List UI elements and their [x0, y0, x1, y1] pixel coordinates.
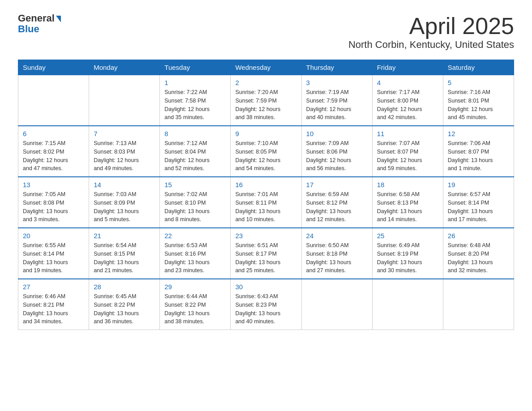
day-info: Sunrise: 6:55 AM Sunset: 8:14 PM Dayligh… [23, 241, 84, 275]
table-row: 28Sunrise: 6:45 AM Sunset: 8:22 PM Dayli… [89, 279, 160, 330]
header-wednesday: Wednesday [231, 60, 301, 75]
day-number: 2 [235, 79, 296, 86]
day-info: Sunrise: 6:50 AM Sunset: 8:18 PM Dayligh… [306, 241, 368, 275]
day-number: 24 [306, 232, 368, 240]
day-number: 8 [164, 130, 226, 137]
logo-line1: General [18, 13, 61, 23]
table-row: 16Sunrise: 7:01 AM Sunset: 8:11 PM Dayli… [231, 177, 301, 228]
table-row: 18Sunrise: 6:58 AM Sunset: 8:13 PM Dayli… [372, 177, 443, 228]
table-row: 27Sunrise: 6:46 AM Sunset: 8:21 PM Dayli… [18, 279, 89, 330]
day-number: 21 [94, 232, 155, 240]
day-number: 20 [23, 232, 84, 240]
day-info: Sunrise: 7:01 AM Sunset: 8:11 PM Dayligh… [235, 190, 296, 224]
day-number: 16 [235, 181, 296, 188]
day-info: Sunrise: 7:12 AM Sunset: 8:04 PM Dayligh… [164, 139, 226, 173]
header-saturday: Saturday [443, 60, 514, 75]
table-row: 10Sunrise: 7:09 AM Sunset: 8:06 PM Dayli… [301, 126, 372, 177]
table-row: 22Sunrise: 6:53 AM Sunset: 8:16 PM Dayli… [160, 228, 231, 279]
table-row: 23Sunrise: 6:51 AM Sunset: 8:17 PM Dayli… [231, 228, 301, 279]
day-info: Sunrise: 7:06 AM Sunset: 8:07 PM Dayligh… [448, 139, 509, 173]
day-number: 18 [377, 181, 438, 188]
header-thursday: Thursday [301, 60, 372, 75]
table-row: 3Sunrise: 7:19 AM Sunset: 7:59 PM Daylig… [301, 75, 372, 126]
calendar-week-row: 13Sunrise: 7:05 AM Sunset: 8:08 PM Dayli… [18, 177, 514, 228]
day-info: Sunrise: 7:19 AM Sunset: 7:59 PM Dayligh… [306, 88, 368, 122]
table-row: 5Sunrise: 7:16 AM Sunset: 8:01 PM Daylig… [443, 75, 514, 126]
day-info: Sunrise: 6:59 AM Sunset: 8:12 PM Dayligh… [306, 190, 368, 224]
table-row: 7Sunrise: 7:13 AM Sunset: 8:03 PM Daylig… [89, 126, 160, 177]
day-number: 26 [448, 232, 509, 240]
day-number: 25 [377, 232, 438, 240]
day-info: Sunrise: 7:05 AM Sunset: 8:08 PM Dayligh… [23, 190, 84, 224]
day-number: 12 [448, 130, 509, 137]
day-number: 28 [94, 283, 155, 291]
table-row: 9Sunrise: 7:10 AM Sunset: 8:05 PM Daylig… [231, 126, 301, 177]
table-row: 12Sunrise: 7:06 AM Sunset: 8:07 PM Dayli… [443, 126, 514, 177]
day-info: Sunrise: 6:54 AM Sunset: 8:15 PM Dayligh… [94, 241, 155, 275]
day-number: 22 [164, 232, 226, 240]
day-number: 3 [306, 79, 368, 86]
day-info: Sunrise: 6:51 AM Sunset: 8:17 PM Dayligh… [235, 241, 296, 275]
day-info: Sunrise: 7:07 AM Sunset: 8:07 PM Dayligh… [377, 139, 438, 173]
table-row [89, 75, 160, 126]
table-row [372, 279, 443, 330]
day-number: 1 [164, 79, 226, 86]
day-number: 5 [448, 79, 509, 86]
day-info: Sunrise: 6:57 AM Sunset: 8:14 PM Dayligh… [448, 190, 509, 224]
day-number: 10 [306, 130, 368, 137]
day-info: Sunrise: 6:45 AM Sunset: 8:22 PM Dayligh… [94, 292, 155, 326]
logo: General Blue [18, 13, 61, 34]
table-row: 1Sunrise: 7:22 AM Sunset: 7:58 PM Daylig… [160, 75, 231, 126]
day-info: Sunrise: 6:49 AM Sunset: 8:19 PM Dayligh… [377, 241, 438, 275]
calendar-week-row: 27Sunrise: 6:46 AM Sunset: 8:21 PM Dayli… [18, 279, 514, 330]
day-info: Sunrise: 7:15 AM Sunset: 8:02 PM Dayligh… [23, 139, 84, 173]
day-info: Sunrise: 6:43 AM Sunset: 8:23 PM Dayligh… [235, 292, 296, 326]
day-info: Sunrise: 7:20 AM Sunset: 7:59 PM Dayligh… [235, 88, 296, 122]
day-info: Sunrise: 7:16 AM Sunset: 8:01 PM Dayligh… [448, 88, 509, 122]
day-info: Sunrise: 7:10 AM Sunset: 8:05 PM Dayligh… [235, 139, 296, 173]
day-number: 23 [235, 232, 296, 240]
page-header: General Blue April 2025 North Corbin, Ke… [18, 13, 514, 51]
day-number: 14 [94, 181, 155, 188]
day-number: 17 [306, 181, 368, 188]
day-info: Sunrise: 7:03 AM Sunset: 8:09 PM Dayligh… [94, 190, 155, 224]
day-info: Sunrise: 7:17 AM Sunset: 8:00 PM Dayligh… [377, 88, 438, 122]
table-row: 24Sunrise: 6:50 AM Sunset: 8:18 PM Dayli… [301, 228, 372, 279]
day-info: Sunrise: 6:53 AM Sunset: 8:16 PM Dayligh… [164, 241, 226, 275]
table-row: 25Sunrise: 6:49 AM Sunset: 8:19 PM Dayli… [372, 228, 443, 279]
day-number: 11 [377, 130, 438, 137]
calendar-week-row: 6Sunrise: 7:15 AM Sunset: 8:02 PM Daylig… [18, 126, 514, 177]
day-number: 6 [23, 130, 84, 137]
table-row: 19Sunrise: 6:57 AM Sunset: 8:14 PM Dayli… [443, 177, 514, 228]
day-info: Sunrise: 7:22 AM Sunset: 7:58 PM Dayligh… [164, 88, 226, 122]
day-number: 7 [94, 130, 155, 137]
table-row: 13Sunrise: 7:05 AM Sunset: 8:08 PM Dayli… [18, 177, 89, 228]
table-row [443, 279, 514, 330]
day-number: 9 [235, 130, 296, 137]
table-row [301, 279, 372, 330]
table-row: 20Sunrise: 6:55 AM Sunset: 8:14 PM Dayli… [18, 228, 89, 279]
table-row: 11Sunrise: 7:07 AM Sunset: 8:07 PM Dayli… [372, 126, 443, 177]
day-info: Sunrise: 7:02 AM Sunset: 8:10 PM Dayligh… [164, 190, 226, 224]
day-info: Sunrise: 6:46 AM Sunset: 8:21 PM Dayligh… [23, 292, 84, 326]
day-info: Sunrise: 6:44 AM Sunset: 8:22 PM Dayligh… [164, 292, 226, 326]
day-number: 4 [377, 79, 438, 86]
table-row: 15Sunrise: 7:02 AM Sunset: 8:10 PM Dayli… [160, 177, 231, 228]
day-info: Sunrise: 6:48 AM Sunset: 8:20 PM Dayligh… [448, 241, 509, 275]
table-row: 17Sunrise: 6:59 AM Sunset: 8:12 PM Dayli… [301, 177, 372, 228]
day-number: 30 [235, 283, 296, 291]
title-block: April 2025 North Corbin, Kentucky, Unite… [348, 13, 514, 51]
calendar-week-row: 1Sunrise: 7:22 AM Sunset: 7:58 PM Daylig… [18, 75, 514, 126]
header-monday: Monday [89, 60, 160, 75]
table-row: 26Sunrise: 6:48 AM Sunset: 8:20 PM Dayli… [443, 228, 514, 279]
day-number: 13 [23, 181, 84, 188]
day-info: Sunrise: 7:09 AM Sunset: 8:06 PM Dayligh… [306, 139, 368, 173]
table-row: 8Sunrise: 7:12 AM Sunset: 8:04 PM Daylig… [160, 126, 231, 177]
calendar-week-row: 20Sunrise: 6:55 AM Sunset: 8:14 PM Dayli… [18, 228, 514, 279]
table-row: 4Sunrise: 7:17 AM Sunset: 8:00 PM Daylig… [372, 75, 443, 126]
calendar-title: April 2025 [348, 13, 514, 39]
calendar-table: Sunday Monday Tuesday Wednesday Thursday… [18, 60, 514, 330]
calendar-subtitle: North Corbin, Kentucky, United States [348, 39, 514, 51]
table-row: 14Sunrise: 7:03 AM Sunset: 8:09 PM Dayli… [89, 177, 160, 228]
day-number: 29 [164, 283, 226, 291]
